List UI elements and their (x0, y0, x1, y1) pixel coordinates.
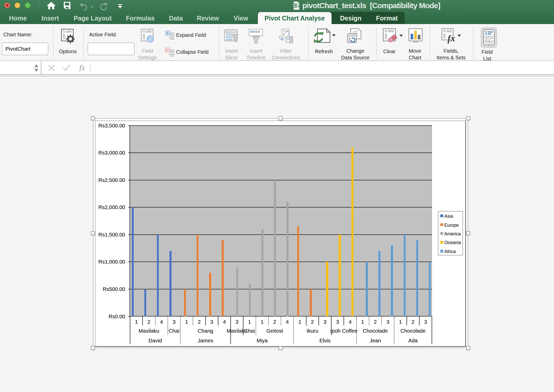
svg-text:i: i (150, 36, 151, 42)
svg-text:fx: fx (448, 33, 455, 43)
